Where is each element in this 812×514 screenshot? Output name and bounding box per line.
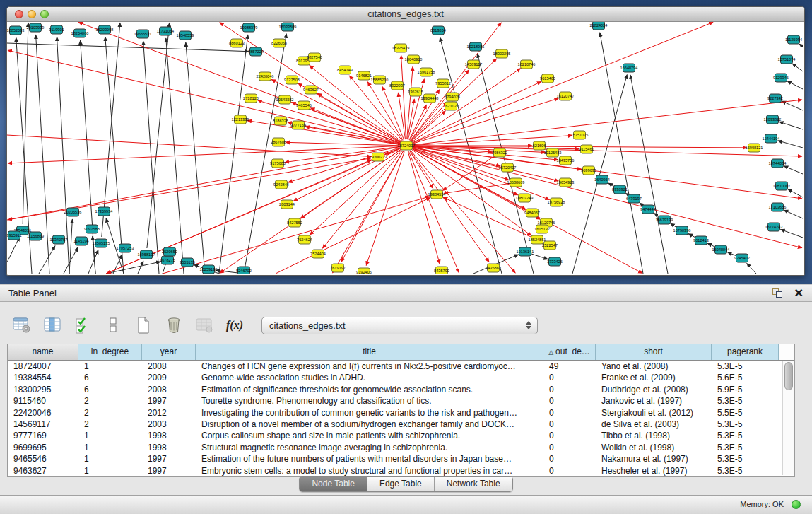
tab-node-table[interactable]: Node Table (300, 477, 367, 491)
graph-node-label: 20103939 (27, 25, 45, 30)
graph-node-label: 22420046 (257, 74, 274, 78)
table-panel: Table Panel ✕ (0, 284, 812, 514)
table-cell: Dudbridge et al. (2008) (596, 384, 712, 395)
table-row[interactable]: 911546021997Tourette syndrome. Phenomeno… (8, 395, 794, 407)
graph-edge (444, 183, 510, 193)
table-row[interactable]: 946554611997Estimation of the future num… (8, 453, 794, 465)
column-header-out_de[interactable]: △out_de… (543, 344, 596, 360)
graph-node-label: 8813054 (430, 28, 446, 33)
graph-node-label: 19654923 (557, 180, 575, 185)
table-row[interactable]: 1830029562008Estimation of significance … (8, 384, 794, 395)
tab-edge-table[interactable]: Edge Table (367, 477, 435, 491)
graph-edge (413, 146, 802, 199)
network-window-titlebar[interactable]: citations_edges.txt (7, 7, 804, 22)
table-cell: Genome-wide association studies in ADHD. (196, 372, 543, 383)
table-cell: Structural magnetic resonance image aver… (196, 442, 543, 453)
graph-node-label: 12213339 (232, 117, 249, 122)
node-table: namein_degreeyeartitle△out_de…shortpager… (7, 344, 795, 477)
table-cell: 9115460 (8, 395, 78, 407)
graph-node-label: 9777169 (290, 123, 306, 127)
table-row[interactable]: 977716911998Corpus callosum shape and si… (8, 430, 794, 441)
table-selector-dropdown[interactable]: citations_edges.txt (261, 317, 538, 334)
graph-node-label: 1362615 (408, 90, 423, 94)
table-cell: 5.3E-5 (712, 395, 779, 407)
import-table-icon[interactable] (194, 314, 215, 337)
column-header-short[interactable]: short (596, 344, 712, 360)
table-cell: 0 (543, 395, 596, 407)
table-cell: Nakamura et al. (1997) (596, 453, 712, 465)
table-row[interactable]: 1456911722003Disruption of a novel membe… (8, 419, 794, 430)
graph-node-label: 9474444 (640, 207, 656, 211)
table-cell: 1 (78, 430, 142, 441)
network-canvas[interactable]: 1872400719300273193845548912955912750810… (7, 22, 803, 274)
table-cell: 2 (78, 407, 142, 419)
network-desktop: citations_edges.txt 18724007193002731938… (0, 0, 812, 284)
graph-node-label: 16961758 (418, 70, 435, 74)
column-header-in_degree[interactable]: in_degree (78, 344, 142, 360)
graph-edge (39, 246, 55, 274)
table-cell: Estimation of the future numbers of pati… (196, 453, 543, 465)
graph-edge (88, 250, 98, 274)
table-row[interactable]: 1938455462009Genome-wide association stu… (8, 372, 794, 383)
graph-node-label: 8186328 (273, 119, 288, 123)
table-row[interactable]: 969969511998Structural magnetic resonanc… (8, 442, 794, 453)
graph-edge (102, 23, 120, 237)
table-scrollbar-thumb[interactable] (784, 362, 793, 390)
graph-node-label: 19565531 (134, 32, 152, 36)
graph-node-label: 19756928 (548, 200, 565, 204)
table-cell: 9699695 (8, 442, 78, 453)
graph-node-label: 8427552 (287, 221, 302, 225)
graph-node-label: 18807249 (516, 196, 534, 200)
graph-edge (413, 136, 572, 146)
float-panel-icon[interactable] (772, 288, 782, 298)
graph-node-label: 18495756 (557, 158, 575, 163)
table-mode-icon[interactable] (11, 314, 33, 337)
graph-edge (69, 219, 72, 274)
graph-edge (163, 197, 430, 274)
table-cell: 5.3E-5 (712, 361, 779, 372)
table-cell: 9463627 (8, 465, 78, 477)
table-cell: de Silva et al. (2003) (596, 419, 712, 430)
close-panel-icon[interactable]: ✕ (794, 286, 804, 301)
graph-node-label: 9192406 (356, 270, 372, 274)
table-cell: 18724007 (8, 361, 78, 372)
column-header-year[interactable]: year (142, 344, 196, 360)
table-row[interactable]: 1872400712008Changes of HCN gene express… (8, 361, 794, 372)
table-cell: 1 (78, 442, 142, 453)
table-row[interactable]: 2242004622012Investigating the contribut… (8, 407, 794, 419)
table-cell: Hescheler et al. (1997) (596, 465, 712, 477)
rows-icon[interactable] (102, 314, 124, 337)
table-scrollbar[interactable] (782, 361, 794, 475)
table-cell: 0 (543, 372, 596, 383)
graph-node-label: 3915911 (7, 233, 22, 238)
column-header-title[interactable]: title (196, 344, 543, 360)
table-cell: 2008 (142, 361, 196, 372)
row-selection-icon[interactable] (72, 314, 93, 337)
graph-node-label: 16774243 (765, 225, 783, 229)
table-cell: 0 (543, 442, 596, 453)
graph-edge (23, 23, 28, 224)
citation-network-graph[interactable]: 1872400719300273193845548912955912750810… (7, 22, 803, 274)
graph-edge (407, 66, 413, 139)
graph-node-label: 9175685 (270, 161, 286, 165)
table-cell: 1997 (142, 453, 196, 465)
delete-column-icon[interactable] (163, 314, 184, 337)
graph-edge (244, 34, 286, 274)
graph-edge (105, 37, 124, 274)
table-row[interactable]: 946362711997Embryonic stem cells: a mode… (8, 465, 794, 477)
show-columns-icon[interactable] (42, 314, 63, 337)
graph-node-label: 14569117 (465, 62, 482, 66)
graph-edge (7, 158, 371, 220)
column-header-pagerank[interactable]: pagerank (712, 344, 779, 360)
graph-edge (310, 150, 401, 235)
graph-node-label: 9012413 (693, 238, 709, 243)
function-builder-icon[interactable]: f(x) (224, 314, 245, 337)
graph-node-label: 9245402 (734, 256, 750, 260)
create-column-icon[interactable] (133, 314, 154, 337)
column-header-name[interactable]: name (8, 344, 78, 360)
table-cell: Changes of HCN gene expression and I(f) … (196, 361, 543, 372)
graph-edge (784, 210, 803, 218)
graph-edge (413, 100, 802, 145)
graph-node-label: 16679199 (656, 218, 673, 222)
tab-network-table[interactable]: Network Table (435, 477, 512, 491)
